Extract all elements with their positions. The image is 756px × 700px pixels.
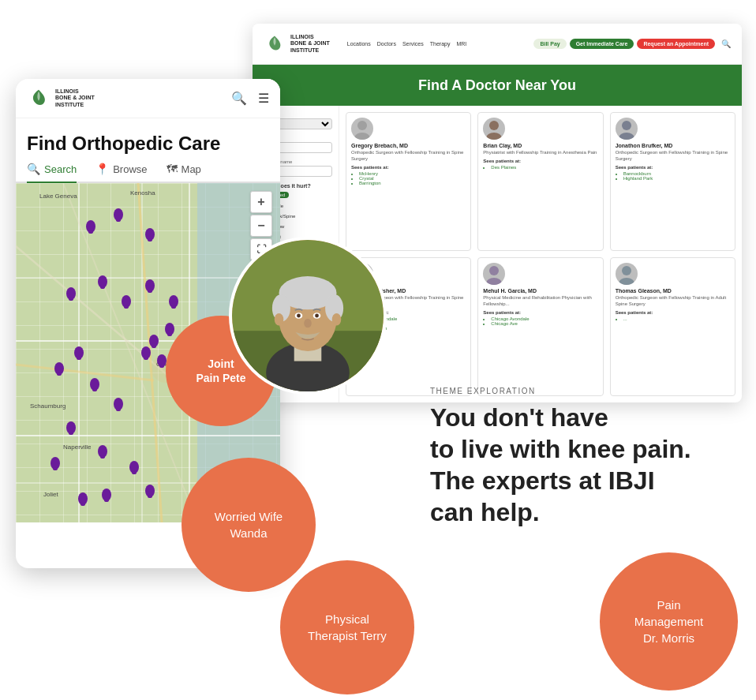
city-kenosha: Kenosha xyxy=(130,189,155,197)
svg-point-86 xyxy=(315,314,319,318)
doctor-locs-clay: Des Plaines xyxy=(483,165,597,170)
theme-text: You don't haveto live with knee pain.The… xyxy=(430,402,714,528)
svg-point-5 xyxy=(619,133,634,140)
svg-point-85 xyxy=(297,314,301,318)
mobile-page-title: Find Orthopedic Care xyxy=(16,118,280,163)
doctor-sees-clay: Sees patients at: xyxy=(483,159,597,163)
persona-wanda-label: Worried WifeWanda xyxy=(215,508,283,541)
nav-link-services[interactable]: Services xyxy=(402,41,424,47)
zoom-out-button[interactable]: − xyxy=(250,215,272,237)
svg-point-10 xyxy=(622,266,631,275)
svg-point-1 xyxy=(354,133,370,140)
mobile-search-icon[interactable]: 🔍 xyxy=(231,91,247,106)
doctor-avatar-clay xyxy=(483,118,505,140)
nav-link-doctors[interactable]: Doctors xyxy=(377,41,396,47)
persona-terry-label: PhysicalTherapist Terry xyxy=(308,611,387,644)
persona-wanda-bubble: Worried WifeWanda xyxy=(182,458,316,592)
doctor-spec-garcia: Physical Medicine and Rehabilitation Phy… xyxy=(483,295,597,308)
mobile-menu-icon[interactable]: ☰ xyxy=(258,91,269,106)
city-joliet: Joliet xyxy=(43,491,58,498)
svg-point-9 xyxy=(486,278,502,285)
get-immediate-care-button[interactable]: Get Immediate Care xyxy=(570,39,634,49)
search-icon[interactable]: 🔍 xyxy=(721,39,731,48)
map-tab-icon: 🗺 xyxy=(167,163,178,175)
doctor-avatar-brufker xyxy=(616,118,638,140)
desktop-hero-title: Find A Doctor Near You xyxy=(418,77,576,94)
doctor-name-gleason: Thomas Gleason, MD xyxy=(616,288,730,294)
nav-link-locations[interactable]: Locations xyxy=(347,41,371,47)
nav-link-mri[interactable]: MRI xyxy=(456,41,466,47)
desktop-nav-links: Locations Doctors Services Therapy MRI xyxy=(347,41,466,47)
svg-point-88 xyxy=(275,313,284,325)
doctor-card-gleason[interactable]: Thomas Gleason, MD Orthopedic Surgeon wi… xyxy=(610,257,735,396)
doctor-sees-gleason: Sees patients at: xyxy=(616,310,730,315)
city-schaumburg: Schaumburg xyxy=(30,402,65,410)
svg-point-4 xyxy=(622,121,631,130)
search-tab-icon: 🔍 xyxy=(27,163,40,175)
zoom-in-button[interactable]: + xyxy=(250,191,272,213)
svg-line-23 xyxy=(16,365,154,380)
tab-map-label: Map xyxy=(182,163,201,175)
svg-point-8 xyxy=(489,266,499,275)
doctor-name-brebach: Gregory Brebach, MD xyxy=(351,143,466,148)
tab-search-label: Search xyxy=(44,163,77,175)
doctor-card-garcia[interactable]: Mehul H. Garcia, MD Physical Medicine an… xyxy=(477,257,603,396)
doctor-card-clay[interactable]: Brian Clay, MD Physiatrist with Fellowsh… xyxy=(477,112,603,251)
doctor-spec-brebach: Orthopedic Surgeon with Fellowship Train… xyxy=(351,150,466,163)
nav-link-therapy[interactable]: Therapy xyxy=(430,41,451,47)
doctor-name-clay: Brian Clay, MD xyxy=(483,143,597,148)
city-naperville: Naperville xyxy=(63,444,92,451)
tab-browse-label: Browse xyxy=(113,163,147,175)
doctor-avatar-gleason xyxy=(616,263,638,285)
doctor-locs-garcia: Chicago Avondale Chicago Ave xyxy=(483,316,597,326)
desktop-hero: Find A Doctor Near You xyxy=(253,65,742,106)
mobile-tabs: 🔍 Search 📍 Browse 🗺 Map xyxy=(16,163,280,183)
svg-point-87 xyxy=(304,319,312,328)
doctor-spec-clay: Physiatrist with Fellowship Training in … xyxy=(483,150,597,156)
doctor-locs-gleason: ... xyxy=(616,316,730,321)
doctor-spec-brufker: Orthopedic Surgeon with Fellowship Train… xyxy=(616,150,730,163)
doctor-locs-brufker: Bannockburn Highland Park xyxy=(616,171,730,181)
mobile-nav: ILLINOIS BONE & JOINT INSTITUTE 🔍 ☰ xyxy=(16,79,280,118)
doctor-spec-gleason: Orthopedic Surgeon with Fellowship Train… xyxy=(616,295,730,308)
theme-label: THEME EXPLORATION xyxy=(430,387,714,395)
svg-point-11 xyxy=(619,278,634,285)
tab-search[interactable]: 🔍 Search xyxy=(27,163,77,183)
doctor-avatar-brebach xyxy=(351,118,373,140)
doctor-grid: Gregory Brebach, MD Orthopedic Surgeon w… xyxy=(339,106,742,402)
doctor-sees-garcia: Sees patients at: xyxy=(483,310,597,315)
persona-morris-bubble: PainManagementDr. Morris xyxy=(600,552,738,691)
mobile-nav-icons: 🔍 ☰ xyxy=(231,91,269,106)
doctor-sees-brebach: Sees patients at: xyxy=(351,165,466,170)
tab-map[interactable]: 🗺 Map xyxy=(167,163,201,182)
svg-point-3 xyxy=(486,133,502,140)
doctor-card-brebach[interactable]: Gregory Brebach, MD Orthopedic Surgeon w… xyxy=(346,112,471,251)
svg-point-89 xyxy=(332,313,342,325)
persona-morris-label: PainManagementDr. Morris xyxy=(634,597,704,646)
bill-pay-button[interactable]: Bill Pay xyxy=(533,39,566,49)
request-appointment-button[interactable]: Request an Appointment xyxy=(637,39,715,49)
doctor-name-brufker: Jonathon Brufker, MD xyxy=(616,143,730,148)
tab-browse[interactable]: 📍 Browse xyxy=(95,163,147,182)
svg-point-0 xyxy=(357,121,367,130)
doctor-locs-brebach: McHenry Crystal Barrington xyxy=(351,171,466,185)
desktop-nav: ILLINOIS BONE & JOINT INSTITUTE Location… xyxy=(253,24,742,65)
doctor-name-garcia: Mehul H. Garcia, MD xyxy=(483,288,597,294)
doctor-sees-brufker: Sees patients at: xyxy=(616,165,730,170)
desktop-logo: ILLINOIS BONE & JOINT INSTITUTE xyxy=(264,33,330,55)
persona-pete-photo xyxy=(229,237,387,395)
theme-panel: THEME EXPLORATION You don't haveto live … xyxy=(430,387,714,528)
doctor-card-brufker[interactable]: Jonathon Brufker, MD Orthopedic Surgeon … xyxy=(610,112,735,251)
browse-tab-icon: 📍 xyxy=(95,163,109,175)
doctor-avatar-garcia xyxy=(483,263,505,285)
persona-pete-label: JointPain Pete xyxy=(196,357,245,385)
city-lake-geneva: Lake Geneva xyxy=(39,193,77,200)
svg-point-2 xyxy=(489,121,499,130)
persona-terry-bubble: PhysicalTherapist Terry xyxy=(280,560,414,694)
mobile-logo: ILLINOIS BONE & JOINT INSTITUTE xyxy=(27,87,95,110)
